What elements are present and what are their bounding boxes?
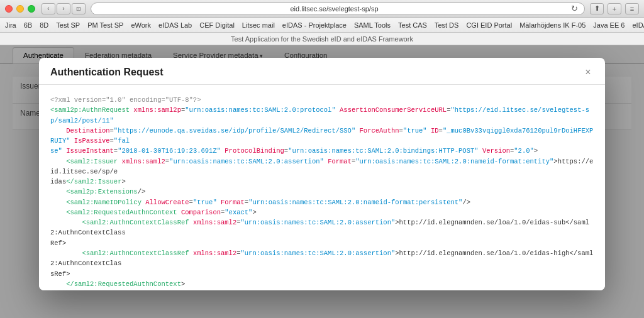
url-text: eid.litsec.se/svelegtest-sp/sp	[97, 5, 571, 13]
bookmark-cgieidportal[interactable]: CGI EID Portal	[466, 21, 512, 29]
new-tab-button[interactable]: +	[608, 3, 621, 14]
bookmark-samltools[interactable]: SAML Tools	[354, 21, 391, 29]
info-bar: Test Application for the Swedish eID and…	[0, 33, 644, 45]
bookmark-testcas[interactable]: Test CAS	[398, 21, 427, 29]
bookmark-6b[interactable]: 6B	[24, 21, 32, 29]
bookmark-eidaslab[interactable]: eIDAS Lab	[158, 21, 192, 29]
bookmark-litsecmail[interactable]: Litsec mail	[242, 21, 275, 29]
bookmark-jira[interactable]: Jira	[5, 21, 16, 29]
minimize-window-button[interactable]	[16, 5, 24, 13]
bookmark-pmtestsp[interactable]: PM Test SP	[87, 21, 123, 29]
maximize-window-button[interactable]	[28, 5, 35, 13]
bookmark-ework[interactable]: eWork	[131, 21, 151, 29]
traffic-lights	[5, 5, 35, 13]
reload-button[interactable]: ↻	[571, 4, 578, 13]
bookmark-eidas-projektplace[interactable]: eIDAS - Projektplace	[282, 21, 347, 29]
close-window-button[interactable]	[5, 5, 13, 13]
back-button[interactable]: ‹	[42, 3, 55, 14]
bookmarks-bar: Jira 6B 8D Test SP PM Test SP eWork eIDA…	[0, 18, 644, 33]
modal-body: <?xml version="1.0" encoding="UTF-8"?> <…	[39, 85, 605, 290]
bookmark-testsp[interactable]: Test SP	[56, 21, 80, 29]
authentication-request-modal: Authentication Request × <?xml version="…	[39, 58, 605, 290]
forward-button[interactable]: ›	[57, 3, 70, 14]
bookmark-malarhojdens[interactable]: Mälarhöjdens IK F-05	[519, 21, 586, 29]
sidebar-button[interactable]: ≡	[625, 3, 639, 14]
bookmark-8d[interactable]: 8D	[40, 21, 48, 29]
title-bar: ‹ › ⊡ eid.litsec.se/svelegtest-sp/sp ↻ ⬆…	[0, 0, 644, 18]
address-bar[interactable]: eid.litsec.se/svelegtest-sp/sp ↻	[91, 3, 585, 15]
info-text: Test Application for the Swedish eID and…	[231, 35, 413, 43]
xml-content: <?xml version="1.0" encoding="UTF-8"?> <…	[50, 95, 594, 290]
tab-overview-button[interactable]: ⊡	[72, 3, 86, 14]
bookmark-javaee6[interactable]: Java EE 6	[593, 21, 625, 29]
browser-content: Authenticate Federation metadata Service…	[0, 45, 644, 318]
modal-title: Authentication Request	[50, 67, 164, 78]
modal-overlay: Authentication Request × <?xml version="…	[0, 45, 644, 318]
nav-buttons: ‹ › ⊡	[42, 3, 86, 14]
bookmark-cefdigital[interactable]: CEF Digital	[199, 21, 235, 29]
title-bar-actions: ⬆ + ≡	[590, 3, 639, 14]
bookmark-testds[interactable]: Test DS	[435, 21, 459, 29]
modal-close-button[interactable]: ×	[582, 67, 594, 78]
share-button[interactable]: ⬆	[590, 3, 604, 14]
modal-header: Authentication Request ×	[39, 58, 605, 85]
bookmark-eidasconfiglogin[interactable]: eIDAS config login page	[632, 21, 644, 29]
